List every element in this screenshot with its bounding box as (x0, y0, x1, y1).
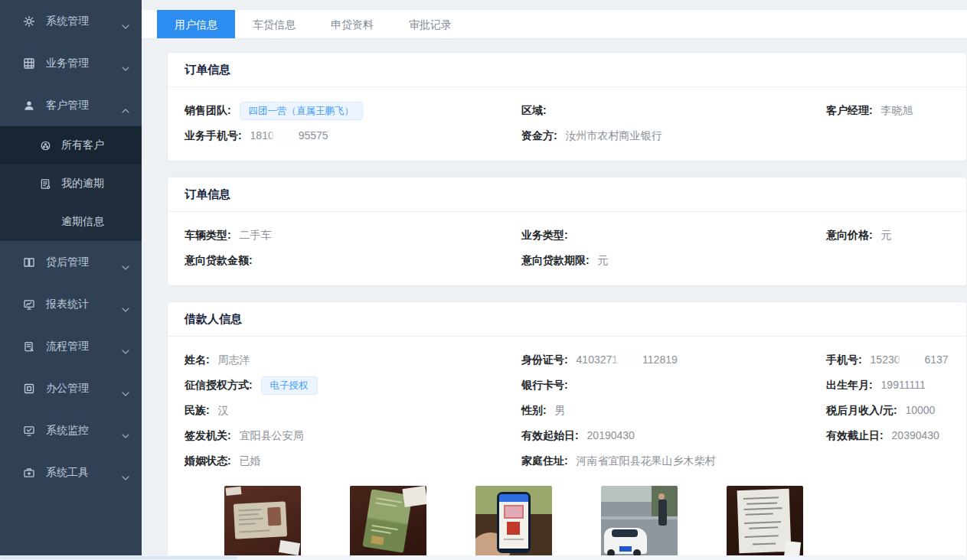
sidebar-item-report-statistics[interactable]: 报表统计 (0, 283, 142, 325)
field-region: 区域: (521, 104, 826, 118)
monitor-icon (23, 298, 35, 311)
sidebar-item-label: 客户管理 (46, 99, 89, 112)
sidebar-item-system-monitor[interactable]: 系统监控 (0, 409, 142, 451)
sidebar-item-office-management[interactable]: 办公管理 (0, 367, 142, 409)
field-issuing-authority: 签发机关: 宜阳县公安局 (185, 429, 521, 443)
sidebar: 系统管理 业务管理 客户管理 所有客户 我的逾期 逾期信息 贷后管理 报表统计 (0, 0, 142, 555)
field-business-type: 业务类型: (521, 229, 826, 243)
chevron-down-icon (122, 302, 129, 314)
field-value: 152306137 (871, 353, 949, 366)
sidebar-item-process-management[interactable]: 流程管理 (0, 325, 142, 367)
field-label: 意向价格: (826, 229, 873, 241)
field-label: 姓名: (185, 353, 210, 366)
photo-gallery: 本人照 驾驶证照片 (185, 474, 949, 560)
field-name: 姓名: 周志洋 (185, 353, 521, 367)
field-label: 出生年月: (826, 379, 873, 391)
sidebar-item-label: 系统监控 (46, 424, 89, 438)
credit-auth-tag[interactable]: 电子授权 (261, 376, 318, 395)
sidebar-item-label: 逾期信息 (61, 215, 104, 229)
field-value: 20390430 (892, 429, 939, 441)
field-label: 客户经理: (826, 104, 873, 116)
field-value: 已婚 (240, 454, 261, 467)
tab-loan-application-docs[interactable]: 申贷资料 (313, 10, 391, 38)
field-gender: 性别: 男 (521, 404, 826, 418)
field-valid-to: 有效截止日: 20390430 (826, 429, 949, 443)
sidebar-item-label: 流程管理 (46, 340, 89, 353)
field-ethnicity: 民族: 汉 (185, 404, 521, 418)
sidebar-item-customer-management[interactable]: 客户管理 (0, 84, 142, 126)
tab-user-info[interactable]: 用户信息 (157, 10, 235, 38)
grid-icon (23, 57, 35, 70)
field-label: 银行卡号: (521, 379, 568, 391)
monitor-check-icon (23, 425, 35, 437)
redaction-mask (274, 130, 299, 140)
sidebar-item-business-management[interactable]: 业务管理 (0, 42, 142, 84)
field-label: 签发机关: (185, 429, 231, 441)
sidebar-item-label: 业务管理 (46, 57, 89, 70)
field-label: 征信授权方式: (185, 379, 253, 391)
sales-team-tag[interactable]: 四团一营（直属王鹏飞） (240, 102, 364, 120)
field-value: 二手车 (240, 229, 272, 241)
sidebar-item-my-overdue[interactable]: 我的逾期 (0, 164, 142, 203)
tab-approval-records[interactable]: 审批记录 (391, 10, 469, 38)
field-label: 有效起始日: (521, 429, 579, 441)
sidebar-item-all-customers[interactable]: 所有客户 (0, 126, 142, 164)
tab-label: 申贷资料 (331, 18, 374, 31)
field-business-phone: 业务手机号: 181095575 (185, 129, 521, 143)
chevron-down-icon (122, 470, 129, 483)
photo-credit-qr-screenshot[interactable] (475, 486, 552, 560)
field-account-manager: 客户经理: 李晓旭 (826, 104, 949, 118)
book-icon (23, 256, 35, 269)
photo-license-booklet[interactable] (350, 486, 426, 560)
tab-bar: 用户信息 车贷信息 申贷资料 审批记录 (142, 10, 967, 39)
field-label: 区域: (521, 104, 547, 116)
sidebar-item-label: 办公管理 (46, 382, 89, 396)
field-sales-team: 销售团队: 四团一营（直属王鹏飞） (185, 102, 521, 120)
field-birth: 出生年月: 19911111 (826, 379, 949, 392)
field-value: 10000 (905, 404, 935, 416)
user-icon (23, 99, 35, 112)
field-mobile: 手机号: 152306137 (826, 353, 949, 367)
sidebar-item-system-tools[interactable]: 系统工具 (0, 451, 142, 493)
field-label: 税后月收入/元: (826, 404, 897, 416)
tab-car-loan-info[interactable]: 车贷信息 (235, 10, 313, 38)
field-monthly-income: 税后月收入/元: 10000 (826, 404, 949, 418)
field-label: 手机号: (826, 353, 862, 366)
sidebar-submenu-customer: 所有客户 我的逾期 逾期信息 (0, 126, 142, 241)
sidebar-item-postloan-management[interactable]: 贷后管理 (0, 241, 142, 283)
horizontal-scrollbar[interactable] (0, 555, 967, 560)
field-label: 意向贷款金额: (185, 254, 253, 266)
chevron-down-icon (122, 61, 129, 73)
chevron-down-icon (122, 344, 129, 357)
field-label: 有效截止日: (826, 429, 884, 441)
card-title: 借款人信息 (168, 302, 966, 337)
chevron-down-icon (122, 428, 129, 441)
field-value: 宜阳县公安局 (240, 429, 304, 441)
clipboard-icon (23, 340, 35, 353)
field-label: 车辆类型: (185, 229, 231, 241)
sidebar-item-label: 系统工具 (46, 466, 89, 480)
field-value: 181095575 (250, 129, 328, 142)
sidebar-item-system-management[interactable]: 系统管理 (0, 0, 142, 42)
field-label: 民族: (185, 404, 210, 416)
field-home-address: 家庭住址: 河南省宜阳县花果山乡木柴村 (521, 454, 826, 468)
field-label: 婚姻状态: (185, 454, 231, 467)
field-label: 业务手机号: (185, 129, 242, 142)
toolbox-icon (23, 467, 35, 479)
sidebar-item-overdue-info[interactable]: 逾期信息 (0, 203, 142, 241)
scrollbar-thumb[interactable] (0, 556, 237, 559)
field-id-number: 身份证号: 4103271112819 (521, 353, 826, 367)
chevron-down-icon (122, 19, 129, 31)
badge-icon (40, 140, 51, 151)
photo-person-with-car[interactable] (601, 486, 678, 560)
detail-panel: 订单信息 销售团队: 四团一营（直属王鹏飞） 区域: 客户经理: 李晓旭 (142, 39, 967, 560)
photo-handwritten-document[interactable] (727, 486, 803, 560)
field-value: 4103271112819 (577, 353, 678, 366)
field-label: 性别: (521, 404, 547, 416)
field-value: 周志洋 (218, 353, 250, 366)
photo-id-card[interactable] (224, 486, 301, 560)
sidebar-item-label: 系统管理 (46, 15, 89, 28)
field-credit-auth-method: 征信授权方式: 电子授权 (185, 376, 521, 395)
field-intent-loan-amount: 意向贷款金额: (185, 254, 521, 268)
card-title: 订单信息 (168, 53, 966, 87)
